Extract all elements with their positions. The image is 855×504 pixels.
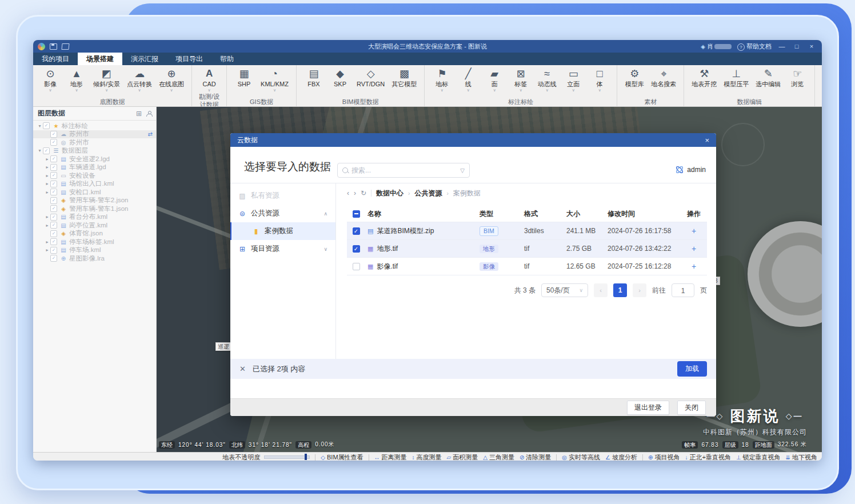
filter-icon[interactable]: ▽ xyxy=(460,167,465,174)
page-size-select[interactable]: 50条/页 ∨ xyxy=(541,283,588,297)
ribbon-item-面[interactable]: ▰面∨ xyxy=(482,67,507,93)
layer-item-数据图层[interactable]: ▾✓☰数据图层 xyxy=(33,147,156,155)
expand-right-icon[interactable]: ▸ xyxy=(44,157,50,162)
ribbon-item-标签[interactable]: ⊠标签∨ xyxy=(508,67,533,93)
close-dialog-button[interactable]: 关闭 xyxy=(677,401,706,415)
ribbon-item-模型压平[interactable]: ⊥模型压平 xyxy=(721,67,752,93)
ribbon-item-RVT/DGN[interactable]: ◇RVT/DGN xyxy=(354,67,387,93)
expand-down-icon[interactable]: ▾ xyxy=(37,123,43,129)
breadcrumb-公共资源[interactable]: 公共资源 xyxy=(414,189,442,198)
forward-icon[interactable]: › xyxy=(354,189,356,197)
expand-right-icon[interactable]: ▸ xyxy=(44,173,50,178)
sidebar-item-公共资源[interactable]: ⊜公共资源∧ xyxy=(230,205,335,222)
layer-item-场馆出入口.kml[interactable]: ▸✓▤场馆出入口.kml xyxy=(33,180,156,189)
ribbon-item-CAD[interactable]: ACAD∨ xyxy=(197,67,222,93)
expand-right-icon[interactable]: ▸ xyxy=(44,181,50,186)
tab-帮助[interactable]: 帮助 xyxy=(211,53,242,65)
expand-right-icon[interactable]: ▸ xyxy=(44,247,50,253)
back-icon[interactable]: ‹ xyxy=(347,189,349,197)
ribbon-item-点云转换[interactable]: ☁点云转换∨ xyxy=(124,67,155,93)
layer-checkbox[interactable]: ✓ xyxy=(50,255,57,262)
tool-地下视角[interactable]: ⇊地下视角 xyxy=(786,453,817,461)
opacity-slider-thumb[interactable] xyxy=(305,454,307,460)
minimize-button[interactable]: — xyxy=(777,43,786,50)
tool-清除测量[interactable]: ⊘清除测量 xyxy=(520,453,551,461)
save-icon[interactable] xyxy=(50,43,57,50)
layer-item-安全巡逻2.lgd[interactable]: ▸✓▤安全巡逻2.lgd xyxy=(33,155,156,163)
ribbon-item-地名搜索[interactable]: ⌖地名搜索 xyxy=(648,67,679,93)
add-row-icon[interactable]: + xyxy=(692,244,696,253)
row-checkbox[interactable] xyxy=(353,263,360,270)
help-doc-link[interactable]: ?帮助文档 xyxy=(737,42,772,51)
ribbon-item-地标[interactable]: ⚑地标∨ xyxy=(429,67,454,93)
tool-实时等高线[interactable]: ◎实时等高线 xyxy=(562,453,600,461)
ribbon-item-KML/KMZ[interactable]: ◔KML/KMZ∨ xyxy=(258,67,291,93)
layer-item-警用车辆-警车2.json[interactable]: ✓◈警用车辆-警车2.json xyxy=(33,197,156,205)
search-input[interactable]: 搜索... ▽ xyxy=(337,163,470,178)
layer-item-苏州市[interactable]: ✓☁苏州市⇄ xyxy=(33,130,156,139)
tool-项目视角[interactable]: ⊕项目视角 xyxy=(648,453,680,461)
layer-checkbox[interactable]: ✓ xyxy=(50,139,57,146)
layer-checkbox[interactable]: ✓ xyxy=(43,122,50,129)
layer-checkbox[interactable]: ✓ xyxy=(50,230,57,237)
tool-面积测量[interactable]: ▱面积测量 xyxy=(447,453,478,461)
dialog-close-icon[interactable]: × xyxy=(705,136,709,145)
layer-checkbox[interactable]: ✓ xyxy=(50,238,57,245)
layer-item-体育馆.json[interactable]: ✓◈体育馆.json xyxy=(33,230,156,238)
expand-right-icon[interactable]: ▸ xyxy=(44,165,50,170)
layer-checkbox[interactable]: ✓ xyxy=(50,205,57,212)
table-row[interactable]: ▦影像.tif影像tif12.65 GB2024-07-25 16:12:28+ xyxy=(347,258,707,275)
tool-高度测量[interactable]: ↕高度测量 xyxy=(412,453,442,461)
tab-演示汇报[interactable]: 演示汇报 xyxy=(122,53,167,65)
ribbon-item-SHP[interactable]: ▦SHP xyxy=(231,67,257,93)
sidebar-item-项目资源[interactable]: ⊞项目资源∨ xyxy=(230,240,335,258)
close-button[interactable]: × xyxy=(807,43,816,50)
ribbon-item-SKP[interactable]: ◆SKP xyxy=(327,67,353,93)
table-row[interactable]: ✓▦地形.tif地形tif2.75 GB2024-07-26 13:42:22+ xyxy=(347,240,707,258)
account-widget[interactable]: admin xyxy=(675,165,706,174)
row-checkbox[interactable]: ✓ xyxy=(353,227,360,235)
open-folder-icon[interactable] xyxy=(61,43,69,50)
add-row-icon[interactable]: + xyxy=(692,262,696,271)
row-checkbox[interactable]: ✓ xyxy=(353,245,360,253)
tool-正北+垂直视角[interactable]: ↓正北+垂直视角 xyxy=(685,453,730,461)
layer-checkbox[interactable]: ✓ xyxy=(50,131,57,138)
ribbon-item-地表开挖[interactable]: ⚒地表开挖 xyxy=(689,67,720,93)
layer-item-安检口.kml[interactable]: ▸✓▤安检口.kml xyxy=(33,188,156,197)
ribbon-item-线[interactable]: ╱线∨ xyxy=(456,67,481,93)
prev-page-button[interactable]: ‹ xyxy=(594,283,608,297)
layer-item-停车场.kml[interactable]: ▸✓▤停车场.kml xyxy=(33,246,156,255)
tab-项目导出[interactable]: 项目导出 xyxy=(167,53,211,65)
tool-坡度分析[interactable]: ∠坡度分析 xyxy=(605,453,637,461)
ribbon-item-漫游/录制[interactable]: ◉漫游/录制 xyxy=(820,67,822,93)
layer-item-标注标绘[interactable]: ▾✓★标注标绘 xyxy=(33,122,156,130)
ribbon-item-动态线[interactable]: ≈动态线∨ xyxy=(534,67,560,93)
ribbon-item-模型库[interactable]: ⚙模型库 xyxy=(622,67,647,93)
expand-right-icon[interactable]: ▸ xyxy=(44,190,50,195)
clear-selection-icon[interactable]: ✕ xyxy=(239,365,246,373)
ribbon-item-浏览[interactable]: ☞浏览 xyxy=(785,67,810,93)
tool-三角测量[interactable]: △三角测量 xyxy=(483,453,514,461)
ribbon-item-选中编辑[interactable]: ✎选中编辑 xyxy=(753,67,784,93)
logout-button[interactable]: 退出登录 xyxy=(627,401,669,415)
layer-checkbox[interactable]: ✓ xyxy=(50,164,57,171)
layer-checkbox[interactable]: ✓ xyxy=(50,214,57,221)
layer-item-苏州市[interactable]: ✓◎苏州市 xyxy=(33,138,156,147)
layer-checkbox[interactable]: ✓ xyxy=(50,222,57,229)
layer-item-警用车辆-警车1.json[interactable]: ✓◈警用车辆-警车1.json xyxy=(33,205,156,213)
layer-checkbox[interactable]: ✓ xyxy=(50,172,57,179)
layer-item-看台分布.kml[interactable]: ▸✓▤看台分布.kml xyxy=(33,213,156,222)
breadcrumb-数据中心[interactable]: 数据中心 xyxy=(376,189,403,198)
select-all-checkbox[interactable] xyxy=(353,210,360,218)
maximize-button[interactable]: □ xyxy=(792,43,801,50)
ribbon-item-影像[interactable]: ⊙影像∨ xyxy=(38,67,63,93)
tool-锁定垂直视角[interactable]: ⊥锁定垂直视角 xyxy=(736,453,781,461)
layer-checkbox[interactable]: ✓ xyxy=(50,197,57,204)
layer-checkbox[interactable]: ✓ xyxy=(50,181,57,187)
layer-checkbox[interactable]: ✓ xyxy=(43,147,50,154)
layer-item-星图影像.lra[interactable]: ✓⊕星图影像.lra xyxy=(33,254,156,263)
expand-right-icon[interactable]: ▸ xyxy=(44,223,50,228)
ribbon-item-体[interactable]: □体∨ xyxy=(587,67,612,93)
layer-checkbox[interactable]: ✓ xyxy=(50,247,57,254)
sidebar-item-案例数据[interactable]: ▮案例数据 xyxy=(230,222,335,240)
